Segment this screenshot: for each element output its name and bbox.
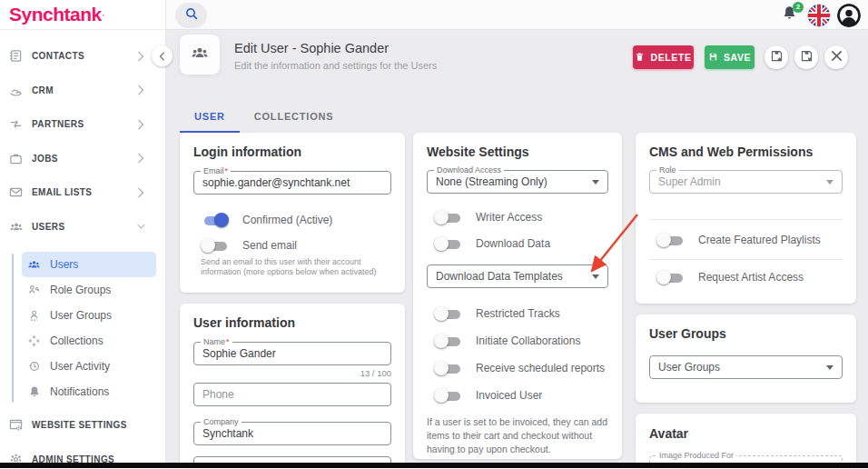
- sidebar-item-label: EMAIL LISTS: [32, 187, 137, 197]
- submenu-item-users[interactable]: Users: [22, 252, 156, 277]
- sidebar-item-label: PARTNERS: [32, 119, 137, 129]
- close-icon: [831, 50, 843, 65]
- chevron-down-icon: [592, 180, 599, 185]
- chevron-right-icon: [137, 153, 145, 164]
- trash-icon: [635, 52, 645, 64]
- chevron-left-icon: [159, 48, 165, 65]
- users-icon: [26, 258, 42, 271]
- website-settings-icon: [8, 418, 24, 433]
- card-title: User Groups: [649, 326, 843, 341]
- account-menu-button[interactable]: [837, 4, 861, 27]
- users-icon: [190, 44, 210, 65]
- save-and-add-button[interactable]: [764, 45, 788, 69]
- collections-icon: [26, 334, 42, 347]
- request-artist-access-toggle[interactable]: [656, 269, 686, 285]
- divider: [649, 219, 843, 220]
- card-title: User information: [193, 315, 391, 330]
- user-groups-select[interactable]: User Groups: [649, 355, 843, 379]
- search-icon: [184, 6, 199, 25]
- brand-logo[interactable]: Synchtank·: [0, 0, 165, 30]
- email-field[interactable]: Email*: [193, 171, 391, 195]
- close-button[interactable]: [824, 45, 848, 69]
- sidebar-item-label: WEBSITE SETTINGS: [32, 420, 137, 430]
- search-button[interactable]: [175, 3, 207, 28]
- phone-field[interactable]: [193, 383, 391, 406]
- sidebar-menu: CONTACTS CRM PARTNERS JOBS EMAIL LIS: [0, 39, 165, 469]
- sidebar-item-label: CONTACTS: [32, 51, 137, 61]
- submenu-item-role-groups[interactable]: Role Groups: [22, 277, 156, 303]
- sidebar-item-users[interactable]: USERS: [0, 210, 165, 244]
- chevron-right-icon: [137, 51, 145, 62]
- required-mark: *: [226, 337, 230, 346]
- company-field[interactable]: Company: [193, 422, 391, 445]
- confirmed-active-toggle[interactable]: [201, 212, 231, 228]
- company-field-label: Company: [201, 417, 242, 426]
- initiate-collaborations-toggle[interactable]: [434, 333, 464, 349]
- delete-button[interactable]: DELETE: [633, 45, 694, 69]
- avatar: [837, 15, 861, 27]
- save-button-label: SAVE: [724, 52, 751, 63]
- create-featured-playlists-toggle[interactable]: [656, 232, 686, 248]
- sidebar-item-crm[interactable]: CRM: [0, 74, 165, 108]
- save-x-icon: [800, 49, 814, 65]
- sidebar-item-email-lists[interactable]: EMAIL LISTS: [0, 175, 165, 210]
- detail-tabs: USER COLLECTIONS: [180, 100, 348, 133]
- download-access-label: Download Access: [434, 165, 504, 175]
- restricted-tracks-label: Restricted Tracks: [476, 307, 560, 320]
- send-email-label: Send email: [242, 239, 297, 252]
- download-data-label: Download Data: [476, 237, 550, 250]
- name-field-label: Name: [203, 337, 225, 346]
- chevron-right-icon: [137, 187, 145, 198]
- restricted-tracks-toggle[interactable]: [434, 305, 464, 322]
- tab-user[interactable]: USER: [180, 100, 240, 133]
- save-button[interactable]: SAVE: [705, 45, 755, 69]
- collapse-sidebar-button[interactable]: [152, 45, 173, 66]
- users-icon: [8, 219, 24, 234]
- sidebar-item-contacts[interactable]: CONTACTS: [0, 39, 165, 74]
- download-access-value: None (Streaming Only): [436, 175, 592, 188]
- submenu-item-label: Notifications: [50, 385, 109, 398]
- tab-collections[interactable]: COLLECTIONS: [240, 100, 349, 133]
- download-data-toggle[interactable]: [434, 235, 464, 252]
- download-access-select[interactable]: Download Access None (Streaming Only): [427, 170, 608, 194]
- send-email-toggle[interactable]: [201, 237, 231, 254]
- download-data-templates-select[interactable]: Download Data Templates: [427, 264, 608, 288]
- save-and-close-button[interactable]: [794, 45, 818, 69]
- phone-input[interactable]: [202, 388, 382, 401]
- notifications-button[interactable]: 2: [781, 4, 801, 27]
- name-input[interactable]: [202, 347, 382, 360]
- user-groups-value: User Groups: [658, 361, 826, 374]
- chevron-down-icon: [826, 180, 833, 185]
- submenu-item-label: Users: [50, 258, 78, 271]
- role-select[interactable]: Role Super Admin: [649, 170, 843, 194]
- name-field[interactable]: Name*: [193, 342, 391, 365]
- submenu-item-user-groups[interactable]: User Groups: [22, 303, 156, 328]
- request-artist-access-label: Request Artist Access: [698, 271, 804, 284]
- page-subtitle: Edit the information and settings for th…: [234, 60, 437, 71]
- chevron-right-icon: [137, 85, 145, 95]
- receive-scheduled-reports-toggle[interactable]: [434, 360, 464, 376]
- submenu-item-collections[interactable]: Collections: [22, 328, 156, 354]
- uk-flag-icon: [807, 15, 831, 27]
- submenu-item-user-activity[interactable]: User Activity: [22, 354, 156, 379]
- partners-icon: [8, 117, 24, 132]
- initiate-collaborations-label: Initiate Collaborations: [476, 334, 580, 347]
- page-title: Edit User - Sophie Gander: [234, 41, 437, 55]
- required-mark: *: [225, 166, 229, 175]
- submenu-item-label: User Groups: [50, 309, 112, 322]
- website-settings-card: Website Settings Download Access None (S…: [413, 133, 622, 459]
- submenu-item-label: Role Groups: [50, 284, 111, 296]
- writer-access-toggle[interactable]: [434, 209, 464, 225]
- user-information-card: User information Name* 13 / 100 Company: [180, 304, 405, 469]
- sidebar-item-website-settings[interactable]: WEBSITE SETTINGS: [0, 408, 165, 443]
- invoiced-user-toggle[interactable]: [434, 387, 464, 404]
- sidebar-item-partners[interactable]: PARTNERS: [0, 107, 165, 142]
- card-title: Website Settings: [427, 145, 608, 159]
- submenu-item-notifications[interactable]: Notifications: [22, 379, 156, 404]
- language-button[interactable]: [807, 4, 831, 27]
- brand-name: Synchtank: [9, 4, 102, 25]
- sidebar-item-jobs[interactable]: JOBS: [0, 142, 165, 176]
- topbar: 2: [166, 0, 868, 30]
- company-input[interactable]: [202, 427, 382, 440]
- email-input[interactable]: [202, 176, 382, 189]
